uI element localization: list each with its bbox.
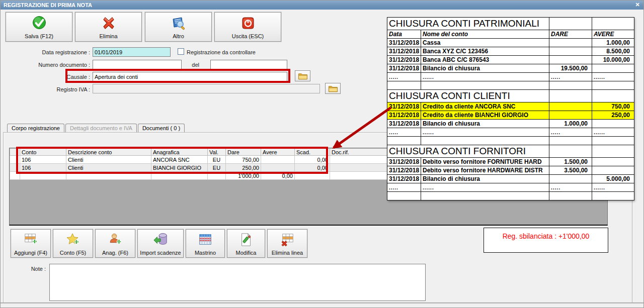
other-button[interactable]: Altro: [145, 12, 212, 42]
grid-column-header[interactable]: Anagrafica: [151, 149, 208, 156]
overlay-cell: [592, 64, 634, 73]
grid-cell[interactable]: 0,00: [295, 156, 330, 164]
save-button-label: Salva (F12): [25, 33, 53, 39]
grid-cell: [20, 172, 66, 180]
import-scadenze-button[interactable]: Import scadenze: [137, 229, 184, 258]
grid-cell[interactable]: Clienti: [66, 156, 151, 164]
overlay-cell: [421, 192, 549, 200]
conto-button[interactable]: Conto (F5): [53, 229, 93, 258]
modifica-button[interactable]: Modifica: [227, 229, 265, 258]
closing-accounts-overlay: CHIUSURA CONTI PATRIMONIALIDataNome del …: [387, 17, 634, 200]
grid-cell[interactable]: EU: [208, 156, 226, 164]
grid-column-header[interactable]: Conto: [20, 149, 66, 156]
folder-icon: [298, 72, 308, 80]
delete-x-icon: [101, 15, 117, 31]
ledger-table-icon: [198, 232, 213, 247]
overlay-cell: 31/12/2018: [387, 102, 421, 111]
window-titlebar: REGISTRAZIONE DI PRIMA NOTA ✕: [1, 1, 643, 10]
registro-iva-input[interactable]: [93, 84, 320, 93]
grid-cell[interactable]: 250,00: [226, 164, 261, 172]
overlay-cell: .....: [387, 73, 421, 81]
grid-cell[interactable]: Clienti: [66, 164, 151, 172]
overlay-cell: 31/12/2018: [387, 158, 421, 166]
overlay-cell: 1.000,00: [592, 39, 634, 47]
tab-corpo-registrazione[interactable]: Corpo registrazione: [7, 124, 64, 133]
overlay-cell: [387, 81, 421, 90]
overlay-cell: Bilancio di chiusura: [421, 64, 549, 73]
other-button-label: Altro: [173, 33, 184, 39]
overlay-cell: [387, 192, 421, 200]
overlay-row: 31/12/2018Banca ABC C/C 876543 10.000,00: [387, 56, 634, 64]
anagrafica-button[interactable]: Anag. (F6): [95, 229, 135, 258]
registro-iva-label: Registro IVA :: [1, 86, 90, 92]
grid-cell[interactable]: [261, 164, 295, 172]
overlay-cell: .....: [549, 128, 592, 137]
causale-input[interactable]: [93, 72, 287, 81]
overlay-cell: [421, 81, 549, 90]
modifica-button-label: Modifica: [236, 250, 257, 256]
overlay-cell: 31/12/2018: [387, 111, 421, 120]
grid-column-header[interactable]: Descrizione conto: [66, 149, 151, 156]
overlay-cell: 1.000,00: [549, 120, 592, 128]
document-date-input[interactable]: [210, 60, 287, 69]
delete-line-button[interactable]: Elimina linea: [267, 229, 307, 258]
star-add-icon: [65, 232, 80, 247]
grid-column-header[interactable]: Scad.: [295, 149, 330, 156]
mastrino-button[interactable]: Mastrino: [186, 229, 225, 258]
grid-cell[interactable]: 0,00: [295, 164, 330, 172]
overlay-cell: ......: [421, 183, 549, 192]
date-input[interactable]: [93, 47, 171, 57]
overlay-cell: [549, 81, 592, 90]
exit-button[interactable]: Uscita (ESC): [214, 12, 281, 42]
book-magnifier-icon: [171, 15, 187, 31]
prima-nota-window: REGISTRAZIONE DI PRIMA NOTA ✕ Salva (F12…: [0, 0, 644, 308]
overlay-cell: [387, 137, 421, 145]
add-line-button[interactable]: Aggiungi (F4): [11, 229, 51, 258]
causale-lookup-button[interactable]: [295, 70, 310, 81]
exit-button-label: Uscita (ESC): [232, 33, 264, 39]
overlay-section-title-row: CHIUSURA CONTI CLIENTI: [387, 90, 634, 102]
grid-column-header[interactable]: Dare: [226, 149, 261, 156]
grid-cell: [10, 172, 20, 180]
tab-documenti[interactable]: Documenti ( 0 ): [138, 124, 185, 133]
check-registration-checkbox[interactable]: [178, 48, 184, 55]
grid-cell[interactable]: 750,00: [226, 156, 261, 164]
del-label: del: [172, 62, 199, 68]
grid-column-header[interactable]: Val.: [208, 149, 226, 156]
overlay-cell: 750,00: [592, 102, 634, 111]
overlay-cell: [592, 90, 634, 102]
note-textarea[interactable]: [49, 264, 426, 301]
tab-dettagli-documento-iva[interactable]: Dettagli documento e IVA: [65, 124, 137, 133]
overlay-cell: 10.000,00: [592, 56, 634, 64]
overlay-cell: 31/12/2018: [387, 120, 421, 128]
causale-label: Causale :: [1, 74, 90, 80]
mastrino-button-label: Mastrino: [195, 250, 216, 256]
grid-cell[interactable]: BIANCHI GIORGIO: [151, 164, 208, 172]
grid-cell[interactable]: EU: [208, 164, 226, 172]
overlay-row: [387, 192, 634, 200]
database-import-icon: [153, 232, 168, 247]
grid-cell: [208, 172, 226, 180]
document-number-input[interactable]: [93, 60, 182, 69]
overlay-cell: .....: [387, 183, 421, 192]
delete-button[interactable]: Elimina: [75, 12, 142, 42]
overlay-cell: [549, 90, 592, 102]
overlay-section-title: CHIUSURA CONTI CLIENTI: [387, 90, 549, 102]
overlay-cell: [549, 111, 592, 120]
grid-column-header[interactable]: Avere: [261, 149, 295, 156]
grid-cell: [295, 172, 330, 180]
grid-cell[interactable]: 106: [20, 164, 66, 172]
grid-cell[interactable]: [261, 156, 295, 164]
registro-iva-lookup-button[interactable]: [325, 83, 341, 94]
overlay-row: ......................: [387, 73, 634, 81]
overlay-section-title: CHIUSURA CONTI FORNITORI: [387, 145, 549, 158]
delete-line-button-label: Elimina linea: [272, 250, 303, 256]
grid-cell[interactable]: 106: [20, 156, 66, 164]
closing-accounts-table: CHIUSURA CONTI PATRIMONIALIDataNome del …: [387, 17, 634, 200]
close-icon[interactable]: ✕: [633, 1, 642, 9]
grid-cell[interactable]: ANCORA SNC: [151, 156, 208, 164]
overlay-cell: Cassa: [421, 39, 549, 47]
save-button[interactable]: Salva (F12): [6, 12, 72, 42]
overlay-row: 31/12/2018Debito verso fornitore FORNITU…: [387, 158, 634, 166]
unbalanced-warning-box: Reg. sbilanciata : +1'000,00: [484, 228, 608, 253]
